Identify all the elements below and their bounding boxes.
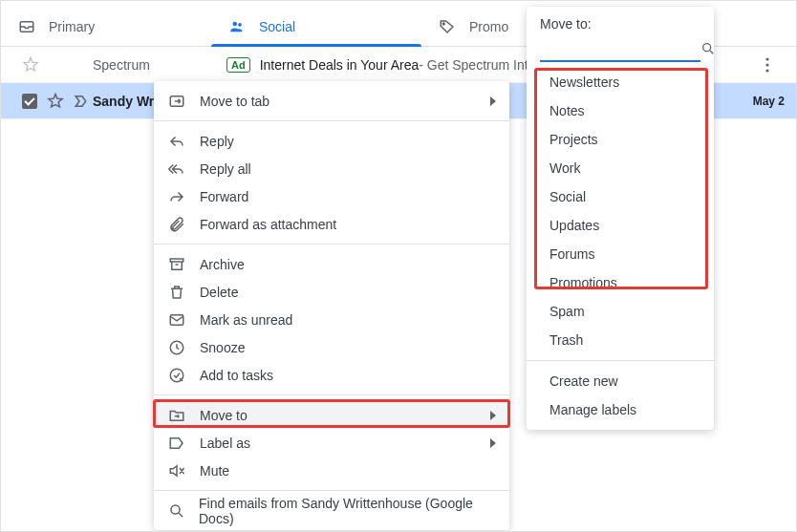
mute-icon — [167, 461, 186, 480]
svg-rect-8 — [170, 259, 183, 262]
label-icon — [167, 434, 186, 453]
menu-label: Mark as unread — [200, 312, 292, 328]
svg-point-2 — [238, 22, 242, 26]
chevron-right-icon — [490, 96, 496, 106]
svg-point-6 — [765, 69, 768, 72]
menu-move-to-tab[interactable]: Move to tab — [154, 87, 509, 115]
menu-label: Forward as attachment — [200, 217, 336, 232]
menu-label: Delete — [200, 285, 238, 300]
svg-point-5 — [765, 63, 768, 66]
delete-icon — [167, 283, 186, 302]
menu-label: Label as — [200, 436, 250, 451]
move-search[interactable] — [540, 37, 700, 62]
ad-subject: Internet Deals in Your Area — [260, 57, 420, 73]
ad-badge: Ad — [226, 57, 250, 73]
menu-mark-unread[interactable]: Mark as unread — [154, 306, 509, 333]
move-search-input[interactable] — [540, 42, 700, 56]
task-icon — [167, 366, 186, 385]
menu-label: Move to tab — [200, 94, 269, 109]
label-projects[interactable]: Projects — [527, 125, 714, 154]
clock-icon — [167, 338, 186, 357]
checkbox-icon[interactable] — [22, 94, 37, 109]
menu-forward-attachment[interactable]: Forward as attachment — [154, 210, 509, 238]
menu-snooze[interactable]: Snooze — [154, 333, 509, 361]
menu-forward[interactable]: Forward — [154, 182, 509, 210]
search-icon — [167, 501, 185, 521]
menu-reply[interactable]: Reply — [154, 127, 509, 155]
forward-icon — [167, 187, 186, 206]
label-spam[interactable]: Spam — [527, 297, 714, 326]
star-icon[interactable] — [47, 93, 64, 110]
menu-label: Reply — [200, 134, 234, 149]
move-panel-title: Move to: — [527, 16, 714, 37]
inbox-icon — [18, 18, 35, 35]
label-social[interactable]: Social — [527, 182, 714, 211]
tab-social-label: Social — [259, 19, 295, 34]
menu-label: Mute — [200, 463, 229, 479]
svg-point-12 — [171, 505, 180, 514]
important-icon[interactable] — [74, 93, 91, 110]
menu-label: Archive — [200, 257, 245, 272]
tab-social[interactable]: Social — [211, 7, 421, 46]
archive-icon — [167, 255, 186, 274]
menu-label: Add to tasks — [200, 368, 273, 383]
menu-archive[interactable]: Archive — [154, 250, 509, 278]
move-tab-icon — [167, 92, 186, 111]
menu-label: Forward — [200, 189, 248, 204]
label-forums[interactable]: Forums — [527, 240, 714, 268]
people-icon — [228, 18, 246, 35]
label-work[interactable]: Work — [527, 154, 714, 182]
star-icon[interactable] — [22, 56, 39, 74]
tab-primary[interactable]: Primary — [1, 7, 211, 46]
menu-label: Reply all — [200, 161, 251, 177]
menu-label: Snooze — [200, 340, 245, 355]
svg-point-4 — [765, 57, 768, 60]
label-newsletters[interactable]: Newsletters — [527, 68, 714, 96]
menu-label-as[interactable]: Label as — [154, 429, 509, 457]
svg-point-1 — [233, 21, 238, 26]
folder-move-icon — [167, 406, 186, 425]
menu-mute[interactable]: Mute — [154, 457, 509, 484]
label-create-new[interactable]: Create new — [527, 367, 714, 395]
chevron-right-icon — [490, 438, 496, 448]
menu-find-emails[interactable]: Find emails from Sandy Writtenhouse (Goo… — [154, 497, 509, 524]
tab-primary-label: Primary — [49, 19, 95, 34]
email-date: May 2 — [753, 95, 785, 108]
move-to-panel: Move to: Newsletters Notes Projects Work… — [527, 7, 714, 430]
label-notes[interactable]: Notes — [527, 96, 714, 125]
attachment-icon — [167, 215, 186, 234]
tag-icon — [439, 18, 456, 35]
menu-label: Move to — [200, 408, 248, 423]
tab-promotions-label: Promo — [469, 19, 508, 34]
svg-point-13 — [703, 44, 711, 52]
label-promotions[interactable]: Promotions — [527, 268, 714, 297]
label-trash[interactable]: Trash — [527, 326, 714, 354]
context-menu: Move to tab Reply Reply all Forward Forw… — [154, 81, 509, 530]
menu-reply-all[interactable]: Reply all — [154, 155, 509, 182]
chevron-right-icon — [490, 411, 496, 420]
reply-icon — [167, 132, 186, 151]
ad-snippet: - Get Spectrum Int — [419, 57, 528, 73]
label-updates[interactable]: Updates — [527, 211, 714, 240]
label-manage-labels[interactable]: Manage labels — [527, 395, 714, 424]
svg-point-3 — [442, 23, 444, 25]
menu-label: Find emails from Sandy Writtenhouse (Goo… — [199, 496, 496, 526]
menu-delete[interactable]: Delete — [154, 278, 509, 306]
search-icon[interactable] — [700, 41, 716, 56]
ad-sender: Spectrum — [93, 57, 226, 73]
menu-move-to[interactable]: Move to — [154, 401, 509, 429]
mail-icon — [167, 310, 186, 330]
more-icon[interactable] — [765, 57, 785, 73]
reply-all-icon — [167, 160, 186, 179]
menu-add-tasks[interactable]: Add to tasks — [154, 361, 509, 389]
